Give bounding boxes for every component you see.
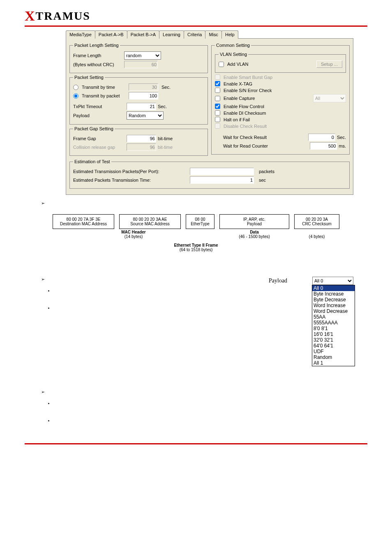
dmac-box: 80 00 20 7A 3F 3E Destination MAC Addres… <box>53 214 114 229</box>
payload-opt-160161[interactable]: 16'0 16'1 <box>312 331 355 337</box>
ethtype-lab: EtherType <box>188 222 212 226</box>
smac-box: 80 00 20 20 3A AE Source MAC Address <box>119 214 181 229</box>
enable-flow-control-label: Enable Flow Control <box>224 104 264 109</box>
capture-select: All <box>313 94 346 102</box>
payload-opt-byte-increase[interactable]: Byte Increase <box>312 291 355 297</box>
cs-legend: Common Setting <box>215 43 251 48</box>
tab-misc[interactable]: Misc <box>205 30 222 39</box>
common-setting: Common Setting VLAN Setting Add VLAN Set… <box>211 43 350 155</box>
smart-burst-gap-label: Enable Smart Burst Gap <box>224 75 272 80</box>
mac-header-title: MAC Header <box>121 230 145 234</box>
packet-setting: Packet Setting Transmit by time Sec. Tra… <box>69 75 208 125</box>
pgs-legend: Packet Gap Setting <box>73 126 115 131</box>
enable-xtag-checkbox[interactable] <box>215 81 220 86</box>
transmit-by-packet-value[interactable] <box>129 92 158 99</box>
enable-capture-checkbox[interactable] <box>215 96 220 101</box>
wait-read-value[interactable] <box>310 142 337 150</box>
bytes-value <box>124 61 158 68</box>
enable-capture-label: Enable Capture <box>224 96 255 101</box>
tab-help[interactable]: Help <box>221 30 238 39</box>
crc-hex: 00 20 20 3A <box>296 217 337 222</box>
vlan-setting: VLAN Setting Add VLAN Setup ... <box>215 52 346 73</box>
payload-opt-random[interactable]: Random <box>312 354 355 360</box>
data-sub: (46 - 1500 bytes) <box>239 234 270 239</box>
tab-packet-ab[interactable]: Packet A->B <box>95 30 127 39</box>
payload-opt-udf[interactable]: UDF <box>312 349 355 354</box>
payload-opt-all1[interactable]: All 1 <box>312 360 355 366</box>
crc-sub: (4 bytes) <box>309 234 325 239</box>
est-packets-unit: packets <box>259 169 274 174</box>
brand-logo: XXTRAMUSTRAMUS <box>25 8 367 24</box>
est-time-unit: sec <box>259 178 266 183</box>
packet-gap-setting: Packet Gap Setting Frame Gap bit-time Co… <box>69 126 208 156</box>
payload-opt-320321[interactable]: 32'0 32'1 <box>312 337 355 343</box>
payload-opt-word-increase[interactable]: Word Increase <box>312 303 355 308</box>
payload-dd-label: Payload <box>269 278 310 284</box>
tab-mediatype[interactable]: MediaType <box>66 30 95 39</box>
smart-burst-gap-checkbox <box>215 74 220 80</box>
ethtype-hex: 08 00 <box>188 217 212 222</box>
halt-on-fail-label: Halt on if Fail <box>224 117 250 122</box>
est-time-label: Estimated Packets Transmission Time: <box>73 178 188 183</box>
wait-check-unit: Sec. <box>337 135 346 140</box>
halt-on-fail-checkbox[interactable] <box>215 117 220 122</box>
transmit-by-time-value <box>129 83 158 91</box>
payload-select[interactable]: Random <box>127 111 164 120</box>
payload-opt-5555aaaa[interactable]: 5555AAAA <box>312 320 355 326</box>
payload-dd-open-list[interactable]: All 0 Byte Increase Byte Decrease Word I… <box>312 285 355 366</box>
data-box: IP, ARP, etc. Payload <box>219 214 289 229</box>
add-vlan-checkbox[interactable] <box>219 62 224 67</box>
frame-gap-label: Frame Gap <box>73 136 125 141</box>
frame-length-select[interactable]: random <box>124 51 161 60</box>
wait-check-value[interactable] <box>308 134 335 141</box>
transmit-by-packet-radio[interactable] <box>73 93 78 99</box>
transmit-by-time-radio[interactable] <box>73 85 78 90</box>
tab-learning[interactable]: Learning <box>159 30 184 39</box>
tab-criteria[interactable]: Criteria <box>184 30 205 39</box>
estimation-of-test: Estimation of Test Estimated Transmissio… <box>69 159 350 189</box>
bytes-note: (Bytes without CRC) <box>73 62 122 67</box>
payload-opt-640641[interactable]: 64'0 64'1 <box>312 343 355 349</box>
txpkt-timeout-value[interactable] <box>127 103 156 110</box>
enable-di-checksum-checkbox[interactable] <box>215 110 220 116</box>
payload-opt-55aa[interactable]: 55AA <box>312 314 355 320</box>
est-legend: Estimation of Test <box>73 159 111 164</box>
crc-lab: CRC Checksum <box>296 222 337 226</box>
payload-opt-byte-decrease[interactable]: Byte Decrease <box>312 297 355 303</box>
crc-box: 00 20 20 3A CRC Checksum <box>294 214 339 229</box>
enable-di-checksum-label: Enable DI Checksum <box>224 111 266 116</box>
vlan-legend: VLAN Setting <box>219 52 248 57</box>
wait-read-unit: ms. <box>339 143 346 148</box>
enable-xtag-label: Enable X-TAG <box>224 81 252 86</box>
payload-opt-word-decrease[interactable]: Word Decrease <box>312 308 355 314</box>
sub-bullet-4 <box>53 418 367 423</box>
mac-header-sub: (14 bytes) <box>125 234 143 239</box>
bullet-arrow-3 <box>41 389 367 423</box>
disable-check-result-label: Disable Check Result <box>224 124 267 129</box>
payload-dd-combo[interactable]: All 0 <box>312 277 353 285</box>
vlan-setup-button: Setup ... <box>316 60 342 68</box>
est-packets-value <box>190 168 254 175</box>
payload-opt-all0[interactable]: All 0 <box>312 285 355 291</box>
txpkt-timeout-unit: Sec. <box>158 104 167 109</box>
pls-legend: Packet Length Setting <box>73 43 120 48</box>
enable-sn-error-label: Enable S/N Error Check <box>224 88 272 93</box>
est-time-value <box>190 176 254 184</box>
frame-title-sub: (64 to 1518 bytes) <box>180 247 213 252</box>
settings-panel: Packet Length Setting Frame Length rando… <box>66 38 353 195</box>
tab-packet-ba[interactable]: Packet B->A <box>127 30 159 39</box>
enable-flow-control-checkbox[interactable] <box>215 104 220 109</box>
frame-length-label: Frame Length <box>73 53 122 58</box>
ethtype-box: 08 00 EtherType <box>186 214 214 229</box>
bullet-arrow-1 <box>41 201 367 206</box>
collision-gap-value <box>127 143 156 151</box>
ps-legend: Packet Setting <box>73 75 105 80</box>
frame-gap-unit: bit-time <box>158 136 173 141</box>
frame-gap-value[interactable] <box>127 135 156 142</box>
footer-divider <box>25 443 367 444</box>
enable-sn-error-checkbox[interactable] <box>215 88 220 93</box>
payload-opt-8081[interactable]: 8'0 8'1 <box>312 326 355 331</box>
packet-length-setting: Packet Length Setting Frame Length rando… <box>69 43 208 73</box>
transmit-by-time-unit: Sec. <box>161 85 171 90</box>
add-vlan-label: Add VLAN <box>227 62 248 67</box>
